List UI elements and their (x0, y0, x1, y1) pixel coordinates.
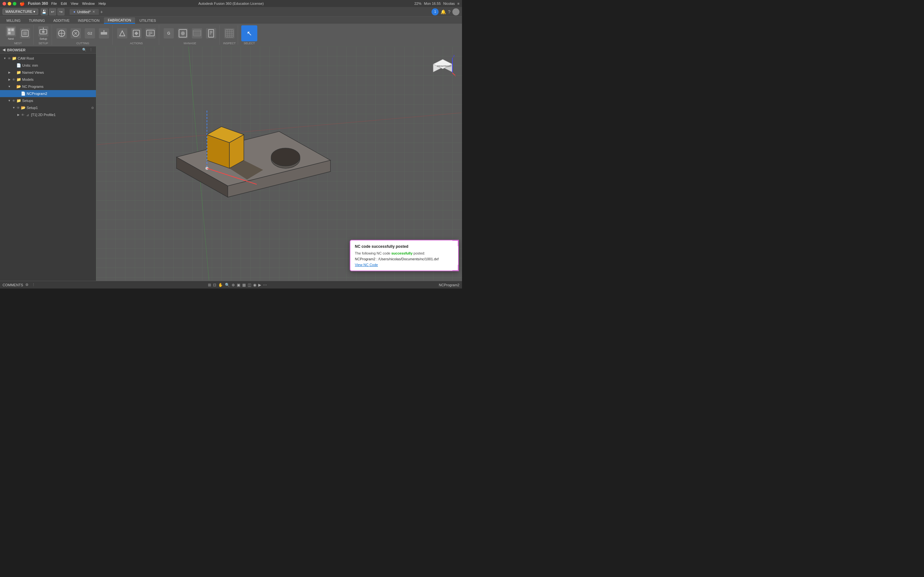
bell-icon[interactable]: 🔔 (441, 9, 446, 15)
document-tab[interactable]: ● Untitled* ✕ (69, 9, 99, 15)
manage-tool2[interactable] (176, 27, 189, 39)
ribbon-section-actions: ACTIONS (114, 25, 159, 45)
svg-rect-17 (147, 30, 154, 36)
folder-icon-nc-programs: 📂 (16, 84, 21, 89)
manage-icon3 (192, 28, 202, 39)
redo-button[interactable]: ↪ (57, 8, 65, 15)
eye-setup1[interactable]: 👁 (16, 105, 21, 110)
comments-settings-icon[interactable]: ⚙ (24, 282, 29, 287)
eye-cam-root[interactable]: 👁 (7, 56, 11, 61)
svg-rect-5 (23, 31, 27, 35)
setup-section-label: SETUP (39, 42, 48, 45)
close-button[interactable] (3, 2, 6, 5)
cutting-tool1[interactable] (55, 27, 68, 39)
apple-icon[interactable]: 🍎 (19, 1, 25, 6)
menu-edit[interactable]: Edit (61, 2, 67, 5)
browser-search-icon[interactable]: 🔍 (82, 47, 87, 53)
tree-item-units[interactable]: ▶ 👁 📄 Units: mm (0, 62, 96, 69)
bottom-bar: COMMENTS ⚙ ⋮ ⊞ ⊡ ✋ 🔍 ⊕ ▣ ▦ ◫ ◉ ▶ ⋯ NCPro… (0, 281, 462, 288)
menu-icon[interactable]: ≡ (457, 2, 459, 5)
tab-milling[interactable]: MILLING (3, 17, 24, 24)
cutting-tool2[interactable] (69, 27, 82, 39)
expand-models[interactable]: ▶ (7, 77, 11, 82)
svg-point-22 (181, 31, 185, 35)
actions-tool1[interactable] (116, 27, 129, 39)
tree-item-models[interactable]: ▶ 👁 📁 Models (0, 76, 96, 83)
tool-zoom-icon[interactable]: 🔍 (225, 283, 230, 287)
browser-actions: 🔍 ⋮ (82, 47, 94, 53)
expand-nc-programs[interactable]: ▼ (7, 84, 11, 89)
tool-origin-icon[interactable]: ⊡ (213, 283, 216, 287)
tab-additive[interactable]: ADDITIVE (49, 17, 73, 24)
tree-item-2d-profile1[interactable]: ▶ 👁 ⊿ [T1] 2D Profile1 (0, 111, 96, 118)
eye-2d-profile1[interactable]: 👁 (21, 113, 25, 117)
tool-grid-icon[interactable]: ⊞ (208, 283, 211, 287)
tool-zoom-fit-icon[interactable]: ⊕ (232, 283, 235, 287)
tool-sim-icon[interactable]: ▶ (258, 283, 261, 287)
eye-setups[interactable]: 👁 (11, 98, 16, 103)
nest-tool-main[interactable]: Nest (5, 26, 17, 41)
tool-view-icon[interactable]: ▣ (237, 283, 240, 287)
nest-tool2[interactable] (19, 27, 31, 39)
tool-more-icon[interactable]: ⋯ (263, 283, 267, 287)
menu-help[interactable]: Help (99, 2, 106, 5)
tree-item-setups[interactable]: ▼ 👁 📁 Setups (0, 97, 96, 104)
gear-setup1[interactable]: ⚙ (90, 105, 95, 110)
titlebar-left: 🍎 Fusion 360 File Edit View Window Help (3, 1, 106, 6)
tab-utilities[interactable]: UTILITIES (136, 17, 160, 24)
tab-fabrication[interactable]: FABRICATION (104, 17, 135, 24)
menu-file[interactable]: File (51, 2, 57, 5)
inspect-tool[interactable] (223, 27, 236, 39)
tree-item-named-views[interactable]: ▶ 👁 📁 Named Views (0, 69, 96, 76)
actions-tool2[interactable] (130, 27, 143, 39)
tree-item-cam-root[interactable]: ▼ 👁 📁 CAM Root (0, 55, 96, 62)
view-nc-code-link[interactable]: View NC Code (355, 263, 454, 267)
tree-item-setup1[interactable]: ▼ 👁 📂 Setup1 ⚙ (0, 104, 96, 111)
browser-more-icon[interactable]: ⋮ (88, 47, 94, 53)
ribbon-tabs: MILLING TURNING ADDITIVE INSPECTION FABR… (0, 17, 462, 24)
tree-item-nc-programs[interactable]: ▼ 👁 📂 NC Programs (0, 83, 96, 90)
cutting-tool3[interactable]: G2 (83, 27, 96, 39)
manage-tool3[interactable] (191, 27, 204, 39)
expand-setups[interactable]: ▼ (7, 98, 11, 103)
tab-inspection[interactable]: INSPECTION (74, 17, 103, 24)
expand-ncprogram2: ▶ (11, 91, 16, 96)
tab-turning[interactable]: TURNING (25, 17, 49, 24)
menu-window[interactable]: Window (82, 2, 95, 5)
actions-tool3[interactable] (144, 27, 157, 39)
user-avatar[interactable] (452, 8, 459, 15)
save-button[interactable]: 💾 (41, 8, 48, 15)
expand-named-views[interactable]: ▶ (7, 70, 11, 75)
nav-cube[interactable]: FRONT RIGHT Z X (430, 53, 456, 79)
tool-pan-icon[interactable]: ✋ (218, 283, 223, 287)
new-tab-button[interactable]: + (100, 9, 103, 15)
maximize-button[interactable] (13, 2, 16, 5)
undo-button[interactable]: ↩ (49, 8, 56, 15)
help-icon[interactable]: ? (448, 9, 451, 15)
browser-collapse-icon[interactable]: ◀ (3, 48, 5, 52)
cutting-tool4[interactable] (97, 27, 110, 39)
close-doc-icon[interactable]: ✕ (92, 10, 95, 13)
manage-tool4[interactable] (205, 27, 218, 39)
bottom-right: NCProgram2 (439, 283, 459, 287)
expand-cam-root[interactable]: ▼ (3, 56, 7, 61)
tree-item-ncprogram2[interactable]: ▶ 👁 📄 NCProgram2 (0, 90, 96, 97)
nest-tools: Nest (5, 25, 31, 42)
manage-tool1[interactable]: G (162, 27, 175, 39)
notifications-button[interactable]: 1 (431, 8, 439, 15)
tool-section-icon[interactable]: ◫ (248, 283, 251, 287)
menu-view[interactable]: View (71, 2, 78, 5)
tool-display-icon[interactable]: ▦ (242, 283, 246, 287)
viewport[interactable]: FRONT RIGHT Z X NC code successfully pos… (96, 47, 462, 281)
minimize-button[interactable] (8, 2, 11, 5)
tool-render-icon[interactable]: ◉ (253, 283, 256, 287)
expand-setup1[interactable]: ▼ (11, 105, 16, 110)
comments-expand-icon[interactable]: ⋮ (31, 282, 36, 287)
expand-2d-profile1[interactable]: ▶ (16, 113, 21, 117)
notification-popup: NC code successfully posted The followin… (350, 240, 459, 271)
manufacture-button[interactable]: MANUFACTURE ▾ (3, 9, 38, 15)
select-tool[interactable]: ↖ (241, 25, 257, 41)
toolbar: MANUFACTURE ▾ 💾 ↩ ↪ ● Untitled* ✕ + 1 🔔 … (0, 7, 462, 17)
eye-models[interactable]: 👁 (11, 77, 16, 82)
setup-tool[interactable]: Setup (37, 26, 50, 41)
